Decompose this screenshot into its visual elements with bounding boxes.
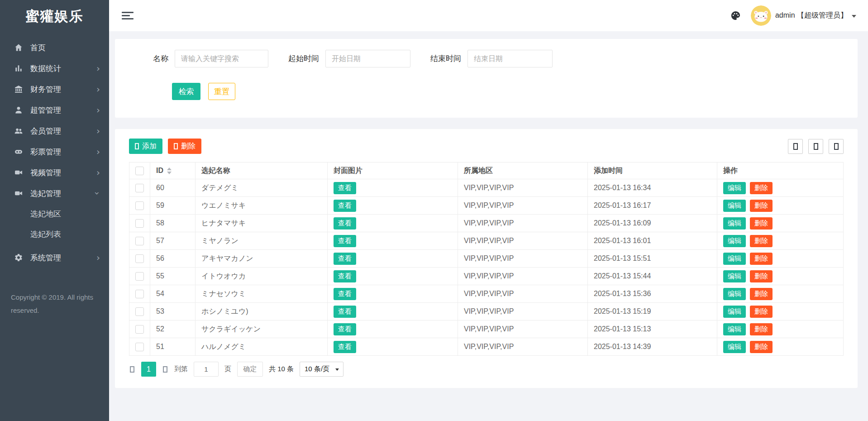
view-button[interactable]: 查看 xyxy=(334,270,356,282)
sidebar-subitem-consort-list[interactable]: 选妃列表 xyxy=(0,224,109,244)
sidebar-subitem-consort-region[interactable]: 选妃地区 xyxy=(0,204,109,224)
row-checkbox[interactable] xyxy=(135,272,144,281)
sidebar-item-label: 会员管理 xyxy=(30,126,61,136)
edit-button[interactable]: 编辑 xyxy=(723,182,746,194)
view-button[interactable]: 查看 xyxy=(334,182,356,194)
user-menu[interactable]: admin 【超级管理员】 xyxy=(751,5,856,26)
row-checkbox[interactable] xyxy=(135,307,144,316)
edit-button[interactable]: 编辑 xyxy=(723,253,746,265)
row-checkbox[interactable] xyxy=(135,219,144,228)
sidebar-item-consort[interactable]: 选妃管理 › xyxy=(0,183,109,204)
chevron-down-icon: › xyxy=(93,191,102,195)
row-checkbox[interactable] xyxy=(135,184,144,192)
row-checkbox[interactable] xyxy=(135,237,144,245)
delete-button[interactable]: 删除 xyxy=(750,253,773,265)
cell-time: 2025-01-13 16:01 xyxy=(588,232,717,250)
cell-region: VIP,VIP,VIP,VIP xyxy=(458,303,588,321)
cell-time: 2025-01-13 15:19 xyxy=(588,303,717,321)
view-button[interactable]: 查看 xyxy=(334,288,356,300)
cell-region: VIP,VIP,VIP,VIP xyxy=(458,285,588,303)
view-button[interactable]: 查看 xyxy=(334,306,356,318)
sidebar-item-stats[interactable]: 数据统计 › xyxy=(0,58,109,79)
delete-button[interactable]: 删除 xyxy=(750,341,773,353)
row-checkbox[interactable] xyxy=(135,201,144,210)
search-panel: 名称 起始时间 结束时间 检索 重置 xyxy=(115,39,858,118)
cell-region: VIP,VIP,VIP,VIP xyxy=(458,215,588,232)
print-button[interactable] xyxy=(829,139,844,154)
view-button[interactable]: 查看 xyxy=(334,200,356,212)
sidebar-item-label: 超管管理 xyxy=(30,105,61,115)
user-icon xyxy=(14,105,24,115)
table-row: 58 ヒナタマサキ 查看 VIP,VIP,VIP,VIP 2025-01-13 … xyxy=(129,215,844,232)
chevron-right-icon: › xyxy=(96,105,100,115)
delete-button[interactable]: 删除 xyxy=(750,323,773,335)
keyword-input[interactable] xyxy=(175,50,268,67)
delete-button[interactable]: 删除 xyxy=(750,200,773,212)
delete-button[interactable]: 删除 xyxy=(750,306,773,318)
view-button[interactable]: 查看 xyxy=(334,253,356,265)
table-panel: 添加 删除 ID xyxy=(115,129,858,388)
delete-button[interactable]: 删除 xyxy=(750,270,773,282)
delete-button[interactable]: 删除 xyxy=(750,235,773,247)
row-checkbox[interactable] xyxy=(135,254,144,263)
export-button[interactable] xyxy=(808,139,823,154)
page-number-current[interactable]: 1 xyxy=(141,362,156,377)
cell-name: イトウオウカ xyxy=(196,268,328,285)
cell-region: VIP,VIP,VIP,VIP xyxy=(458,179,588,197)
delete-button[interactable]: 删除 xyxy=(750,288,773,300)
edit-button[interactable]: 编辑 xyxy=(723,270,746,282)
per-page-select[interactable]: 10 条/页 xyxy=(300,362,343,377)
pagination: 1 到第 页 确定 共 10 条 10 条/页 xyxy=(129,362,844,377)
end-time-label: 结束时间 xyxy=(430,53,461,64)
add-button[interactable]: 添加 xyxy=(129,139,162,154)
sidebar-item-home[interactable]: 首页 xyxy=(0,37,109,58)
cell-id: 55 xyxy=(150,268,196,285)
cell-region: VIP,VIP,VIP,VIP xyxy=(458,268,588,285)
goto-page-input[interactable] xyxy=(194,362,219,377)
sidebar-item-system[interactable]: 系统管理 › xyxy=(0,247,109,268)
sidebar-item-video[interactable]: 视频管理 › xyxy=(0,162,109,183)
delete-button[interactable]: 删除 xyxy=(750,182,773,194)
cell-time: 2025-01-13 15:44 xyxy=(588,268,717,285)
edit-button[interactable]: 编辑 xyxy=(723,200,746,212)
gear-icon xyxy=(14,253,24,263)
reset-button[interactable]: 重置 xyxy=(208,83,235,100)
sidebar-item-members[interactable]: 会员管理 › xyxy=(0,120,109,141)
edit-button[interactable]: 编辑 xyxy=(723,288,746,300)
view-button[interactable]: 查看 xyxy=(334,235,356,247)
chevron-right-icon: › xyxy=(96,253,100,262)
view-button[interactable]: 查看 xyxy=(334,341,356,353)
search-button[interactable]: 检索 xyxy=(172,83,200,100)
row-checkbox[interactable] xyxy=(135,290,144,298)
cell-region: VIP,VIP,VIP,VIP xyxy=(458,321,588,338)
sidebar-item-label: 数据统计 xyxy=(30,63,61,74)
sidebar-item-finance[interactable]: 财务管理 › xyxy=(0,79,109,100)
theme-palette-icon[interactable] xyxy=(730,10,742,22)
edit-button[interactable]: 编辑 xyxy=(723,306,746,318)
edit-button[interactable]: 编辑 xyxy=(723,217,746,230)
view-button[interactable]: 查看 xyxy=(334,217,356,230)
edit-button[interactable]: 编辑 xyxy=(723,323,746,335)
next-page-button[interactable] xyxy=(162,365,168,373)
start-date-input[interactable] xyxy=(325,50,410,67)
row-checkbox[interactable] xyxy=(135,325,144,334)
view-button[interactable]: 查看 xyxy=(334,323,356,335)
sidebar-item-superadmin[interactable]: 超管管理 › xyxy=(0,100,109,120)
sort-icon[interactable] xyxy=(167,167,172,174)
end-date-input[interactable] xyxy=(467,50,553,67)
menu-toggle-icon[interactable] xyxy=(121,9,134,22)
filter-columns-button[interactable] xyxy=(788,139,803,154)
edit-button[interactable]: 编辑 xyxy=(723,341,746,353)
select-all-checkbox[interactable] xyxy=(135,167,144,175)
header-id[interactable]: ID xyxy=(150,163,196,179)
sidebar-item-lottery[interactable]: 彩票管理 › xyxy=(0,141,109,162)
delete-button[interactable]: 删除 xyxy=(750,217,773,230)
row-checkbox[interactable] xyxy=(135,343,144,351)
sidebar-item-label: 选妃管理 xyxy=(30,188,61,199)
sidebar-item-label: 彩票管理 xyxy=(30,147,61,157)
prev-page-button[interactable] xyxy=(129,365,135,373)
batch-delete-button[interactable]: 删除 xyxy=(168,139,201,154)
confirm-button[interactable]: 确定 xyxy=(237,362,263,377)
cell-region: VIP,VIP,VIP,VIP xyxy=(458,232,588,250)
edit-button[interactable]: 编辑 xyxy=(723,235,746,247)
